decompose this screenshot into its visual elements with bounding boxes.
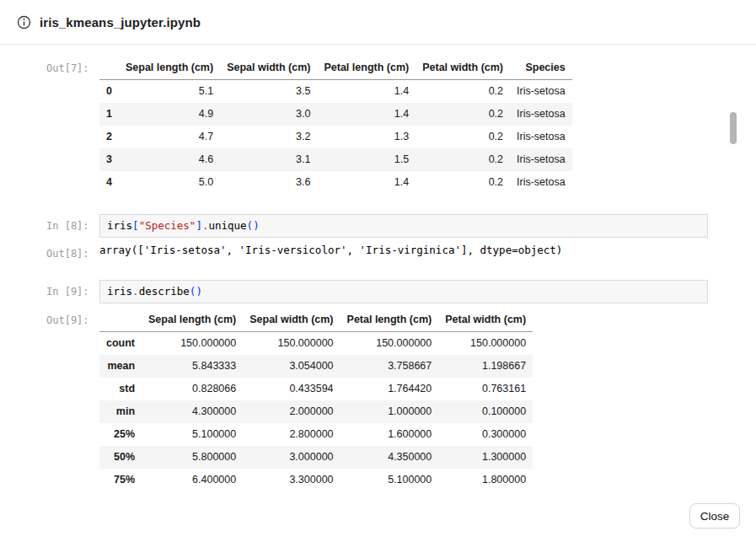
row-index: 2	[99, 126, 119, 148]
table-cell: 1.198667	[438, 355, 533, 378]
table-cell: 5.1	[119, 80, 220, 104]
table-cell: 3.758667	[340, 355, 439, 378]
header-row: Sepal length (cm)Sepal width (cm)Petal l…	[99, 309, 533, 332]
cell-content: array(['Iris-setosa', 'Iris-versicolor',…	[99, 243, 562, 257]
code-token-name: describe	[139, 285, 190, 298]
row-index: 25%	[99, 423, 142, 446]
code-input: iris.describe()	[99, 280, 708, 303]
header-row: Sepal length (cm)Sepal width (cm)Petal l…	[99, 56, 572, 80]
column-header: Petal length (cm)	[317, 56, 416, 80]
cell-output_table: Out[7]:Sepal length (cm)Sepal width (cm)…	[46, 56, 756, 194]
table-row: 50%5.8000003.0000004.3500001.300000	[99, 446, 533, 469]
notebook-cells: Out[7]:Sepal length (cm)Sepal width (cm)…	[46, 56, 756, 489]
table-cell: Iris-setosa	[510, 171, 572, 194]
table-cell: 4.350000	[340, 446, 439, 469]
info-icon	[17, 15, 31, 30]
table-row: 05.13.51.40.2Iris-setosa	[99, 80, 572, 104]
table-cell: 1.5	[317, 148, 416, 171]
row-index: 75%	[99, 469, 142, 489]
cell-output_table: Out[9]:Sepal length (cm)Sepal width (cm)…	[46, 309, 756, 489]
cell-code: In [8]:iris["Species"].unique()	[46, 214, 756, 238]
table-cell: 3.054000	[243, 355, 340, 378]
file-preview-modal: iris_kmeans_jupyter.ipynb Out[7]:Sepal l…	[0, 0, 756, 45]
column-header: Petal width (cm)	[416, 56, 510, 80]
table-cell: 3.000000	[243, 446, 340, 469]
table-row: 45.03.61.40.2Iris-setosa	[99, 171, 572, 194]
dataframe-table: Sepal length (cm)Sepal width (cm)Petal l…	[99, 56, 572, 194]
table-cell: 1.4	[317, 171, 416, 194]
table-row: 75%6.4000003.3000005.1000001.800000	[99, 469, 533, 489]
table-cell: 3.1	[220, 148, 317, 171]
table-cell: 1.764420	[340, 378, 439, 400]
table-cell: 0.2	[416, 80, 510, 104]
cell-content: Sepal length (cm)Sepal width (cm)Petal l…	[99, 309, 533, 489]
row-index: 1	[99, 103, 119, 126]
titlebar: iris_kmeans_jupyter.ipynb	[0, 0, 756, 45]
table-row: 34.63.11.50.2Iris-setosa	[99, 148, 572, 171]
table-cell: 0.300000	[438, 423, 533, 446]
table-cell: 5.0	[119, 171, 220, 194]
dataframe-table: Sepal length (cm)Sepal width (cm)Petal l…	[99, 309, 533, 489]
row-index: 3	[99, 148, 119, 171]
code-token-name: iris	[107, 219, 132, 232]
code-token-operator: .	[132, 285, 139, 298]
code-token-bracket: ]	[196, 219, 202, 232]
column-header: Sepal length (cm)	[119, 56, 220, 80]
column-header: Sepal width (cm)	[220, 56, 317, 80]
table-row: 24.73.21.30.2Iris-setosa	[99, 126, 572, 148]
cell-content: Sepal length (cm)Sepal width (cm)Petal l…	[99, 56, 572, 194]
cell-prompt: Out[9]:	[46, 309, 99, 327]
table-cell: 3.0	[220, 103, 317, 126]
cell-code: In [9]:iris.describe()	[46, 280, 756, 303]
close-button[interactable]: Close	[689, 503, 740, 529]
table-cell: 3.6	[220, 171, 317, 194]
table-cell: 0.100000	[438, 400, 533, 423]
table-cell: 1.000000	[340, 400, 439, 423]
file-title: iris_kmeans_jupyter.ipynb	[40, 15, 201, 30]
index-header	[99, 56, 119, 80]
table-cell: 150.000000	[243, 332, 340, 356]
table-cell: 5.100000	[142, 423, 243, 446]
index-header	[99, 309, 142, 332]
table-cell: 2.800000	[243, 423, 340, 446]
scrollbar-thumb[interactable]	[730, 112, 737, 144]
table-cell: 0.433594	[243, 378, 340, 400]
table-cell: 4.9	[119, 103, 220, 126]
table-cell: 0.763161	[438, 378, 533, 400]
table-cell: 1.3	[317, 126, 416, 148]
table-cell: 3.300000	[243, 469, 340, 489]
table-row: 14.93.01.40.2Iris-setosa	[99, 103, 572, 126]
code-token-name: unique	[208, 219, 246, 232]
table-cell: 2.000000	[243, 400, 340, 423]
notebook-preview: Out[7]:Sepal length (cm)Sepal width (cm)…	[0, 45, 756, 489]
cell-content: iris["Species"].unique()	[99, 214, 708, 238]
table-cell: 1.600000	[340, 423, 439, 446]
table-cell: 3.2	[220, 126, 317, 148]
row-index: min	[99, 400, 142, 423]
code-token-name: iris	[107, 285, 132, 298]
row-index: std	[99, 378, 142, 400]
table-cell: 0.828066	[142, 378, 243, 400]
column-header: Petal length (cm)	[340, 309, 439, 332]
code-input: iris["Species"].unique()	[99, 214, 708, 238]
row-index: 50%	[99, 446, 142, 469]
row-index: mean	[99, 355, 142, 378]
table-row: min4.3000002.0000001.0000000.100000	[99, 400, 533, 423]
code-token-string: "Species"	[139, 219, 196, 232]
table-cell: Iris-setosa	[510, 126, 572, 148]
table-cell: 0.2	[416, 171, 510, 194]
table-cell: 150.000000	[142, 332, 243, 356]
cell-prompt: In [8]:	[46, 214, 99, 233]
output-text: array(['Iris-setosa', 'Iris-versicolor',…	[99, 243, 562, 257]
table-cell: 5.800000	[142, 446, 243, 469]
row-index: 0	[99, 80, 119, 104]
table-row: std0.8280660.4335941.7644200.763161	[99, 378, 533, 400]
table-cell: 0.2	[416, 148, 510, 171]
code-token-bracket: )	[253, 219, 260, 232]
table-cell: Iris-setosa	[510, 80, 572, 104]
table-cell: 3.5	[220, 80, 317, 104]
table-cell: 0.2	[416, 126, 510, 148]
table-cell: Iris-setosa	[510, 148, 572, 171]
code-token-bracket: )	[196, 285, 202, 298]
table-cell: 6.400000	[142, 469, 243, 489]
